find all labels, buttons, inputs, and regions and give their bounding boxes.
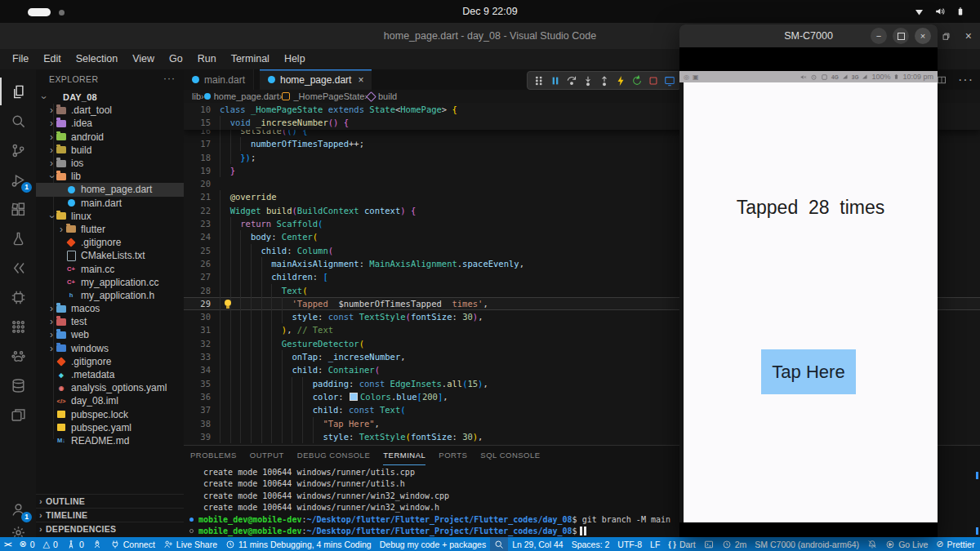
panel-tab-terminal[interactable]: TERMINAL <box>383 446 425 465</box>
tree-root[interactable]: ›DAY_08 <box>36 91 184 104</box>
debug-grip-icon[interactable] <box>532 73 546 87</box>
debug-restart-icon[interactable] <box>630 73 644 87</box>
debug-step-over-icon[interactable] <box>564 73 578 87</box>
panel-tab-debug-console[interactable]: DEBUG CONSOLE <box>297 446 370 465</box>
status-ln-29-col-44[interactable]: Ln 29, Col 44 <box>508 537 567 551</box>
tree-item--idea[interactable]: ›.idea <box>36 117 184 130</box>
tree-item-linux[interactable]: ›linux <box>36 210 184 223</box>
tree-item--gitignore[interactable]: .gitignore <box>36 355 184 368</box>
status-0[interactable]: △0 <box>39 537 62 551</box>
tree-item-test[interactable]: ›test <box>36 315 184 328</box>
status-go-live[interactable]: Go Live <box>881 537 932 551</box>
status-remote-icon[interactable]: >< <box>0 537 16 551</box>
section-timeline[interactable]: ›TIMELINE <box>36 508 184 522</box>
tree-item-macos[interactable]: ›macos <box>36 302 184 315</box>
tree-item-my-application-cc[interactable]: C+my_application.cc <box>36 276 184 289</box>
tree-item-my-application-h[interactable]: hmy_application.h <box>36 289 184 302</box>
status-lf[interactable]: LF <box>646 537 664 551</box>
tree-item--gitignore[interactable]: .gitignore <box>36 236 184 249</box>
menu-view[interactable]: View <box>125 49 162 69</box>
status-0[interactable]: 0 <box>62 537 88 551</box>
activity-flutter-icon[interactable] <box>0 254 36 282</box>
tree-item-home-page-dart[interactable]: home_page.dart <box>36 183 184 196</box>
activity-files-icon[interactable] <box>0 78 36 105</box>
restore-icon[interactable] <box>942 32 951 41</box>
activity-paw-icon[interactable] <box>0 342 36 370</box>
tree-item-main-cc[interactable]: C+main.cc <box>36 262 184 275</box>
tree-item-ios[interactable]: ›ios <box>36 157 184 170</box>
phone-maximize-icon[interactable] <box>893 28 909 44</box>
breadcrumb-home-page-dart[interactable]: home_page.dart <box>204 91 279 101</box>
status-2m[interactable]: 2m <box>718 537 751 551</box>
panel-tab-sql-console[interactable]: SQL CONSOLE <box>480 446 540 465</box>
panel-tab-ports[interactable]: PORTS <box>439 446 467 465</box>
explorer-more-icon[interactable]: ··· <box>163 73 176 84</box>
tree-item-lib[interactable]: ›lib <box>36 170 184 183</box>
terminal-cursor[interactable] <box>580 527 582 535</box>
tree-item-readme-md[interactable]: M↓README.md <box>36 434 184 447</box>
activity-windows-icon[interactable] <box>0 401 36 429</box>
tab-home_page-dart[interactable]: home_page.dart× <box>260 69 372 90</box>
breadcrumb--homepagestate[interactable]: _HomePageState <box>282 91 364 101</box>
tap-here-button[interactable]: Tap Here <box>761 349 856 394</box>
tree-item-day-08-iml[interactable]: </>day_08.iml <box>36 394 184 407</box>
activity-database-icon[interactable] <box>0 371 36 399</box>
status-connect[interactable]: Connect <box>106 537 159 551</box>
tree-item-android[interactable]: ›android <box>36 131 184 144</box>
tree-item--dart-tool[interactable]: ›.dart_tool <box>36 104 184 117</box>
tree-item--metadata[interactable]: ◆.metadata <box>36 368 184 381</box>
menu-terminal[interactable]: Terminal <box>224 49 277 69</box>
tree-item-build[interactable]: ›build <box>36 144 184 157</box>
status-0[interactable]: ⊗0 <box>16 537 39 551</box>
status-11-mins-debugging-4-mins-coding[interactable]: 11 mins Debugging, 4 mins Coding <box>221 537 376 551</box>
status-dart[interactable]: { }Dart <box>664 537 699 551</box>
tree-item-main-dart[interactable]: main.dart <box>36 197 184 210</box>
status-utf-8[interactable]: UTF-8 <box>613 537 646 551</box>
status-live-share[interactable]: Live Share <box>159 537 221 551</box>
activity-chip-icon[interactable] <box>0 283 36 311</box>
debug-stop-icon[interactable] <box>646 73 660 87</box>
phone-titlebar[interactable]: SM-C7000 − × <box>679 24 938 47</box>
panel-tab-output[interactable]: OUTPUT <box>250 446 284 465</box>
phone-minimize-icon[interactable]: − <box>871 28 887 44</box>
debug-hot-reload-icon[interactable] <box>613 73 627 87</box>
breadcrumb-build[interactable]: build <box>368 91 397 101</box>
breadcrumb-lib[interactable]: lib <box>192 91 201 101</box>
activity-testing-icon[interactable] <box>0 224 36 252</box>
status-search-icon[interactable] <box>490 537 508 551</box>
activity-source-control-icon[interactable] <box>0 136 36 164</box>
panel-tab-problems[interactable]: PROBLEMS <box>190 446 237 465</box>
debug-step-into-icon[interactable] <box>581 73 595 87</box>
section-dependencies[interactable]: ›DEPENDENCIES <box>36 522 184 535</box>
close-icon[interactable]: × <box>965 29 972 42</box>
activity-more-icon[interactable] <box>0 430 36 458</box>
status-rocket-icon[interactable] <box>88 537 106 551</box>
tree-item-pubspec-lock[interactable]: pubspec.lock <box>36 408 184 421</box>
activity-extensions-icon[interactable] <box>0 195 36 223</box>
menu-edit[interactable]: Edit <box>36 49 69 69</box>
status-prettier[interactable]: ⊘Prettier <box>932 537 978 551</box>
tree-item-pubspec-yaml[interactable]: pubspec.yaml <box>36 421 184 434</box>
tab-main-dart[interactable]: main.dart <box>184 69 254 90</box>
menu-selection[interactable]: Selection <box>69 49 125 69</box>
tree-item-flutter[interactable]: ›flutter <box>36 223 184 236</box>
tree-item-cmakelists-txt[interactable]: CMakeLists.txt <box>36 249 184 262</box>
debug-step-out-icon[interactable] <box>597 73 611 87</box>
split-editor-icon[interactable] <box>937 75 947 85</box>
status-bell-slash-icon[interactable] <box>863 537 881 551</box>
phone-close-icon[interactable]: × <box>915 28 931 44</box>
status-terminal-icon[interactable] <box>700 537 718 551</box>
menu-go[interactable]: Go <box>162 49 190 69</box>
system-tray[interactable] <box>914 0 965 23</box>
activity-apps-icon[interactable] <box>0 313 36 340</box>
tree-item-web[interactable]: ›web <box>36 328 184 341</box>
tree-item-windows[interactable]: ›windows <box>36 342 184 355</box>
activity-search-icon[interactable] <box>0 107 36 135</box>
menu-help[interactable]: Help <box>277 49 313 69</box>
menu-file[interactable]: File <box>5 49 36 69</box>
section-outline[interactable]: ›OUTLINE <box>36 494 184 508</box>
status-sm-c7000-android-arm64-[interactable]: SM C7000 (android-arm64) <box>751 537 863 551</box>
tab-close-icon[interactable]: × <box>358 74 363 86</box>
status-spaces-2[interactable]: Spaces: 2 <box>568 537 614 551</box>
menu-run[interactable]: Run <box>190 49 224 69</box>
